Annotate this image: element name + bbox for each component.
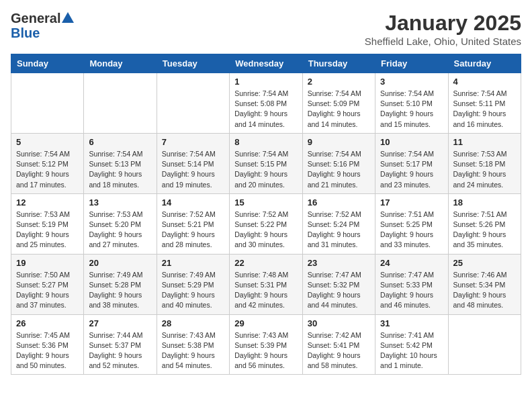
day-info: Sunrise: 7:54 AM Sunset: 5:15 PM Dayligh…: [234, 149, 297, 190]
day-info: Sunrise: 7:49 AM Sunset: 5:29 PM Dayligh…: [162, 270, 224, 311]
calendar-cell: 29Sunrise: 7:43 AM Sunset: 5:39 PM Dayli…: [230, 314, 302, 375]
day-info: Sunrise: 7:53 AM Sunset: 5:19 PM Dayligh…: [16, 210, 79, 250]
day-info: Sunrise: 7:54 AM Sunset: 5:16 PM Dayligh…: [308, 149, 370, 190]
day-number: 24: [380, 258, 443, 268]
calendar-cell: 13Sunrise: 7:53 AM Sunset: 5:20 PM Dayli…: [84, 193, 157, 254]
calendar-cell: 20Sunrise: 7:49 AM Sunset: 5:28 PM Dayli…: [84, 254, 157, 314]
day-number: 1: [234, 77, 297, 87]
day-number: 18: [453, 197, 516, 208]
calendar-cell: 8Sunrise: 7:54 AM Sunset: 5:15 PM Daylig…: [230, 133, 302, 193]
calendar-cell: 5Sunrise: 7:54 AM Sunset: 5:12 PM Daylig…: [11, 133, 84, 193]
calendar-cell: 21Sunrise: 7:49 AM Sunset: 5:29 PM Dayli…: [157, 254, 229, 314]
day-number: 10: [380, 137, 443, 147]
day-of-week-header: Tuesday: [157, 54, 229, 73]
day-number: 7: [162, 137, 224, 147]
day-number: 14: [162, 197, 224, 208]
day-info: Sunrise: 7:50 AM Sunset: 5:27 PM Dayligh…: [16, 270, 79, 311]
calendar-cell: 30Sunrise: 7:42 AM Sunset: 5:41 PM Dayli…: [302, 314, 375, 375]
calendar-cell: 23Sunrise: 7:47 AM Sunset: 5:32 PM Dayli…: [302, 254, 375, 314]
day-number: 2: [308, 77, 370, 87]
day-number: 20: [89, 258, 151, 268]
calendar-cell: 6Sunrise: 7:54 AM Sunset: 5:13 PM Daylig…: [84, 133, 157, 193]
calendar-cell: 11Sunrise: 7:53 AM Sunset: 5:18 PM Dayli…: [448, 133, 521, 193]
calendar-cell: 25Sunrise: 7:46 AM Sunset: 5:34 PM Dayli…: [448, 254, 521, 314]
day-info: Sunrise: 7:52 AM Sunset: 5:21 PM Dayligh…: [162, 210, 224, 250]
logo-icon: [60, 11, 75, 26]
calendar-week-row: 12Sunrise: 7:53 AM Sunset: 5:19 PM Dayli…: [11, 193, 521, 254]
day-number: 6: [89, 137, 151, 147]
day-number: 22: [234, 258, 297, 268]
day-info: Sunrise: 7:53 AM Sunset: 5:20 PM Dayligh…: [89, 210, 151, 250]
day-info: Sunrise: 7:54 AM Sunset: 5:17 PM Dayligh…: [380, 149, 443, 190]
calendar-header-row: SundayMondayTuesdayWednesdayThursdayFrid…: [11, 54, 521, 73]
logo: General Blue: [11, 11, 75, 40]
calendar-week-row: 19Sunrise: 7:50 AM Sunset: 5:27 PM Dayli…: [11, 254, 521, 314]
calendar-table: SundayMondayTuesdayWednesdayThursdayFrid…: [11, 54, 521, 375]
day-info: Sunrise: 7:47 AM Sunset: 5:33 PM Dayligh…: [380, 270, 443, 311]
day-number: 29: [234, 318, 297, 328]
day-info: Sunrise: 7:42 AM Sunset: 5:41 PM Dayligh…: [308, 330, 370, 371]
day-number: 8: [234, 137, 297, 147]
day-info: Sunrise: 7:54 AM Sunset: 5:08 PM Dayligh…: [234, 89, 297, 130]
calendar-week-row: 26Sunrise: 7:45 AM Sunset: 5:36 PM Dayli…: [11, 314, 521, 375]
calendar-cell: 16Sunrise: 7:52 AM Sunset: 5:24 PM Dayli…: [302, 193, 375, 254]
day-number: 3: [380, 77, 443, 87]
day-number: 31: [380, 318, 443, 328]
month-title: January 2025: [365, 11, 521, 36]
day-info: Sunrise: 7:49 AM Sunset: 5:28 PM Dayligh…: [89, 270, 151, 311]
day-number: 21: [162, 258, 224, 268]
day-number: 19: [16, 258, 79, 268]
calendar-cell: 27Sunrise: 7:44 AM Sunset: 5:37 PM Dayli…: [84, 314, 157, 375]
day-info: Sunrise: 7:48 AM Sunset: 5:31 PM Dayligh…: [234, 270, 297, 311]
day-info: Sunrise: 7:52 AM Sunset: 5:22 PM Dayligh…: [234, 210, 297, 250]
calendar-cell: 22Sunrise: 7:48 AM Sunset: 5:31 PM Dayli…: [230, 254, 302, 314]
day-of-week-header: Wednesday: [230, 54, 302, 73]
day-info: Sunrise: 7:43 AM Sunset: 5:39 PM Dayligh…: [234, 330, 297, 371]
day-info: Sunrise: 7:46 AM Sunset: 5:34 PM Dayligh…: [453, 270, 516, 311]
svg-marker-0: [62, 12, 74, 23]
calendar-cell: 14Sunrise: 7:52 AM Sunset: 5:21 PM Dayli…: [157, 193, 229, 254]
day-number: 5: [16, 137, 79, 147]
day-of-week-header: Saturday: [448, 54, 521, 73]
day-number: 26: [16, 318, 79, 328]
day-number: 12: [16, 197, 79, 208]
calendar-cell: 3Sunrise: 7:54 AM Sunset: 5:10 PM Daylig…: [375, 73, 448, 134]
calendar-cell: 2Sunrise: 7:54 AM Sunset: 5:09 PM Daylig…: [302, 73, 375, 134]
day-info: Sunrise: 7:54 AM Sunset: 5:11 PM Dayligh…: [453, 89, 516, 130]
calendar-cell: 12Sunrise: 7:53 AM Sunset: 5:19 PM Dayli…: [11, 193, 84, 254]
day-info: Sunrise: 7:41 AM Sunset: 5:42 PM Dayligh…: [380, 330, 443, 371]
location-title: Sheffield Lake, Ohio, United States: [365, 36, 521, 47]
day-of-week-header: Sunday: [11, 54, 84, 73]
calendar-cell: [11, 73, 84, 134]
calendar-cell: 28Sunrise: 7:43 AM Sunset: 5:38 PM Dayli…: [157, 314, 229, 375]
day-number: 13: [89, 197, 151, 208]
calendar-cell: 17Sunrise: 7:51 AM Sunset: 5:25 PM Dayli…: [375, 193, 448, 254]
day-number: 15: [234, 197, 297, 208]
calendar-cell: 31Sunrise: 7:41 AM Sunset: 5:42 PM Dayli…: [375, 314, 448, 375]
day-info: Sunrise: 7:53 AM Sunset: 5:18 PM Dayligh…: [453, 149, 516, 190]
calendar-cell: 26Sunrise: 7:45 AM Sunset: 5:36 PM Dayli…: [11, 314, 84, 375]
day-of-week-header: Monday: [84, 54, 157, 73]
day-info: Sunrise: 7:47 AM Sunset: 5:32 PM Dayligh…: [308, 270, 370, 311]
title-block: January 2025 Sheffield Lake, Ohio, Unite…: [365, 11, 521, 47]
calendar-cell: 4Sunrise: 7:54 AM Sunset: 5:11 PM Daylig…: [448, 73, 521, 134]
logo-blue: Blue: [11, 26, 40, 40]
day-number: 30: [308, 318, 370, 328]
day-info: Sunrise: 7:43 AM Sunset: 5:38 PM Dayligh…: [162, 330, 224, 371]
day-number: 28: [162, 318, 224, 328]
day-info: Sunrise: 7:51 AM Sunset: 5:26 PM Dayligh…: [453, 210, 516, 250]
day-info: Sunrise: 7:54 AM Sunset: 5:09 PM Dayligh…: [308, 89, 370, 130]
day-info: Sunrise: 7:54 AM Sunset: 5:10 PM Dayligh…: [380, 89, 443, 130]
calendar-week-row: 1Sunrise: 7:54 AM Sunset: 5:08 PM Daylig…: [11, 73, 521, 134]
calendar-cell: 9Sunrise: 7:54 AM Sunset: 5:16 PM Daylig…: [302, 133, 375, 193]
calendar-cell: 18Sunrise: 7:51 AM Sunset: 5:26 PM Dayli…: [448, 193, 521, 254]
calendar-cell: [448, 314, 521, 375]
calendar-cell: 15Sunrise: 7:52 AM Sunset: 5:22 PM Dayli…: [230, 193, 302, 254]
day-number: 25: [453, 258, 516, 268]
day-number: 27: [89, 318, 151, 328]
day-number: 16: [308, 197, 370, 208]
calendar-cell: 1Sunrise: 7:54 AM Sunset: 5:08 PM Daylig…: [230, 73, 302, 134]
calendar-cell: 10Sunrise: 7:54 AM Sunset: 5:17 PM Dayli…: [375, 133, 448, 193]
calendar-cell: 24Sunrise: 7:47 AM Sunset: 5:33 PM Dayli…: [375, 254, 448, 314]
calendar-cell: 7Sunrise: 7:54 AM Sunset: 5:14 PM Daylig…: [157, 133, 229, 193]
